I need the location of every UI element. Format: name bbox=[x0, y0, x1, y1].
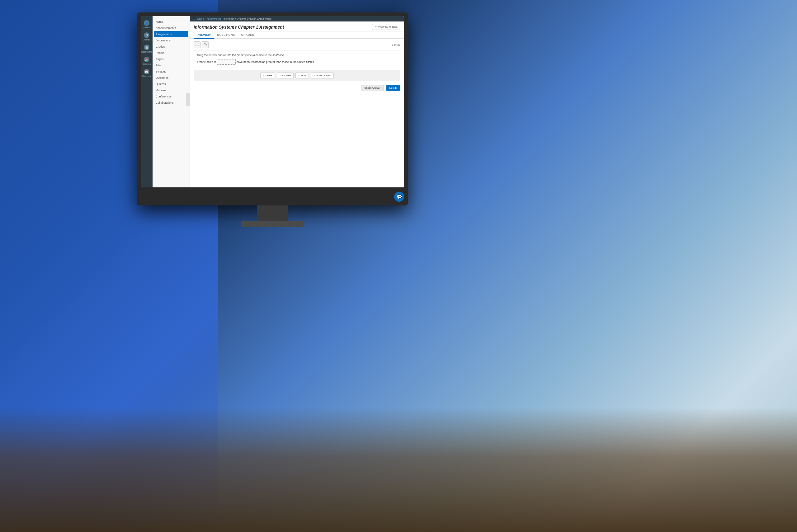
hamburger-icon[interactable]: ☰ bbox=[192, 17, 195, 21]
nav-quizzes[interactable]: Quizzes bbox=[153, 81, 190, 87]
sidebar-icon-account[interactable]: 👤 Account bbox=[141, 19, 152, 30]
course-nav-sidebar: Home Announcements Assignments Discussio… bbox=[153, 16, 190, 187]
choice-china-label: China bbox=[266, 74, 272, 77]
monitor-base bbox=[241, 221, 304, 227]
choice-england-label: England bbox=[282, 74, 291, 77]
sentence-before: iPhone sales in bbox=[197, 60, 216, 63]
view-settings-label: VIEW SETTINGS bbox=[378, 25, 398, 28]
choice-england-icon: # bbox=[280, 74, 281, 77]
nav-collaborations[interactable]: Collaborations bbox=[153, 100, 190, 106]
choice-china[interactable]: # China bbox=[260, 73, 274, 78]
collapse-sidebar-arrow[interactable]: ‹ bbox=[190, 93, 190, 106]
nav-announcements[interactable]: Announcements bbox=[153, 25, 190, 31]
choice-china-icon: # bbox=[263, 74, 264, 77]
action-area: Check Answer Next ▶ bbox=[194, 83, 400, 91]
tab-questions[interactable]: QUESTIONS bbox=[214, 32, 238, 39]
view-settings-button[interactable]: ✏ VIEW SETTINGS bbox=[372, 24, 400, 30]
nav-assignments[interactable]: Assignments bbox=[154, 31, 188, 37]
page-title: Information Systems Chapter 1 Assignment bbox=[194, 24, 284, 30]
breadcrumb-sep1: › bbox=[205, 17, 206, 20]
choice-us-icon: # bbox=[314, 74, 315, 77]
monitor-stand bbox=[257, 206, 288, 221]
nav-syllabus[interactable]: Syllabus bbox=[153, 69, 190, 75]
fullscreen-button[interactable]: ⛶ bbox=[194, 41, 201, 48]
breadcrumb-sep2: › bbox=[222, 17, 223, 20]
next-arrow-icon: ▶ bbox=[395, 87, 397, 89]
calendar-label: Calendar bbox=[142, 75, 151, 77]
tab-preview[interactable]: PREVIEW bbox=[194, 32, 214, 39]
question-instruction: Drag the correct choice into the blank s… bbox=[197, 54, 397, 57]
monitor-frame: 👤 Account ⚙ Admin ⊞ Dashboard 📚 Courses … bbox=[137, 13, 408, 206]
main-content-area: ☰ Game › Assignments › Information Syste… bbox=[190, 16, 404, 187]
sidebar-icon-courses[interactable]: 📚 Courses bbox=[141, 55, 152, 66]
choice-united-states[interactable]: # United States bbox=[311, 73, 334, 78]
breadcrumb-current: Information Systems Chapter 1 Assignment bbox=[224, 17, 271, 20]
account-icon: 👤 bbox=[144, 20, 149, 26]
choice-india-icon: # bbox=[298, 74, 300, 77]
lms-global-sidebar: 👤 Account ⚙ Admin ⊞ Dashboard 📚 Courses … bbox=[141, 16, 153, 187]
nav-grades[interactable]: Grades bbox=[153, 43, 190, 50]
info-icon: ⓘ bbox=[204, 43, 207, 47]
admin-label: Admin bbox=[144, 39, 150, 41]
nav-discussions[interactable]: Discussions bbox=[153, 37, 190, 43]
choice-india[interactable]: # India bbox=[296, 73, 309, 78]
question-counter: 6 of 33 bbox=[392, 43, 400, 46]
choices-area: # China # England # India # United State… bbox=[194, 70, 400, 81]
sentence-after: have been recorded as greater than those… bbox=[236, 60, 315, 63]
breadcrumb: Game › Assignments › Information Systems… bbox=[197, 17, 271, 20]
next-button[interactable]: Next ▶ bbox=[386, 85, 400, 91]
nav-people[interactable]: People bbox=[153, 50, 190, 56]
sidebar-icon-dashboard[interactable]: ⊞ Dashboard bbox=[141, 43, 152, 55]
check-answer-button[interactable]: Check Answer bbox=[361, 85, 383, 91]
question-sentence: iPhone sales in have been recorded as gr… bbox=[197, 59, 397, 65]
sidebar-icon-calendar[interactable]: 📅 Calendar bbox=[141, 67, 152, 79]
choice-united-states-label: United States bbox=[316, 74, 331, 77]
question-box: Drag the correct choice into the blank s… bbox=[194, 50, 400, 68]
nav-outcomes[interactable]: Outcomes bbox=[153, 75, 190, 81]
choice-england[interactable]: # England bbox=[277, 73, 294, 78]
edit-icon: ✏ bbox=[375, 25, 377, 28]
choice-india-label: India bbox=[301, 74, 306, 77]
nav-home[interactable]: Home bbox=[153, 19, 190, 25]
nav-files[interactable]: Files bbox=[153, 62, 190, 69]
top-nav-bar: ☰ Game › Assignments › Information Syste… bbox=[190, 16, 404, 21]
desk-overlay bbox=[0, 407, 797, 532]
fullscreen-icon: ⛶ bbox=[195, 43, 198, 47]
courses-label: Courses bbox=[143, 63, 151, 65]
toolbar-left: ⛶ ⓘ bbox=[194, 41, 209, 48]
tabs-bar: PREVIEW QUESTIONS GRADES bbox=[190, 32, 404, 39]
info-button[interactable]: ⓘ bbox=[202, 41, 209, 48]
dashboard-icon: ⊞ bbox=[144, 44, 149, 50]
drop-blank[interactable] bbox=[217, 59, 236, 65]
calendar-icon: 📅 bbox=[144, 69, 149, 74]
sidebar-icon-admin[interactable]: ⚙ Admin bbox=[141, 31, 152, 42]
question-toolbar: ⛶ ⓘ 6 of 33 bbox=[194, 41, 400, 48]
breadcrumb-assignments[interactable]: Assignments bbox=[206, 17, 221, 20]
next-label: Next bbox=[390, 87, 395, 89]
tab-grades[interactable]: GRADES bbox=[238, 32, 258, 39]
page-header: Information Systems Chapter 1 Assignment… bbox=[190, 21, 404, 32]
nav-conferences[interactable]: Conferences bbox=[153, 93, 190, 100]
account-label: Account bbox=[143, 26, 150, 28]
courses-icon: 📚 bbox=[144, 57, 149, 62]
question-area: ⛶ ⓘ 6 of 33 Drag the correct choice into… bbox=[190, 39, 404, 187]
admin-icon: ⚙ bbox=[144, 32, 149, 38]
nav-pages[interactable]: Pages bbox=[153, 56, 190, 62]
monitor-screen: 👤 Account ⚙ Admin ⊞ Dashboard 📚 Courses … bbox=[141, 16, 404, 187]
nav-modules[interactable]: Modules bbox=[153, 87, 190, 93]
dashboard-label: Dashboard bbox=[141, 51, 152, 53]
breadcrumb-game[interactable]: Game bbox=[197, 17, 204, 20]
